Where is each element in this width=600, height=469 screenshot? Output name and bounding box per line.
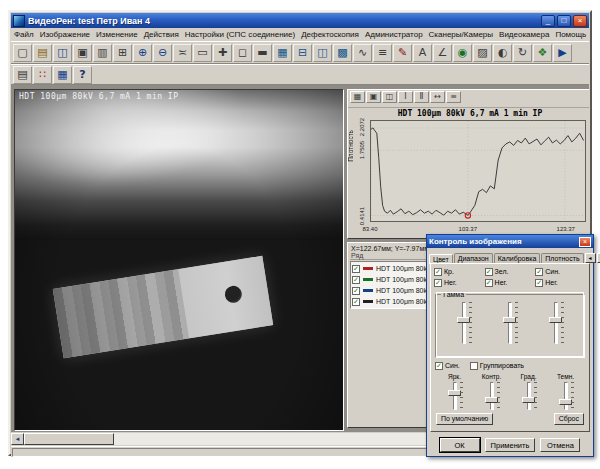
checkbox-box[interactable]: ✓ xyxy=(535,279,543,287)
checkbox-box[interactable]: ✓ xyxy=(434,268,442,276)
menu-item[interactable]: Сканеры/Камеры xyxy=(426,29,496,40)
plot-grid-icon[interactable]: ▦ xyxy=(350,91,365,103)
help-icon[interactable]: ? xyxy=(73,66,92,84)
series-checkbox[interactable]: ✓ xyxy=(352,287,360,295)
tabs-scroll-left-button[interactable]: ◄ xyxy=(585,253,596,263)
minimize-button[interactable]: _ xyxy=(541,15,555,27)
cursor-1-icon[interactable]: Ⅰ xyxy=(398,91,413,103)
negative-checkbox[interactable]: ✓Нег. xyxy=(485,279,536,287)
save-all-icon[interactable]: ▣ xyxy=(73,44,92,62)
defect-marks-icon[interactable]: ∷ xyxy=(33,66,52,84)
zoom-out-icon[interactable]: ⊖ xyxy=(153,44,172,62)
group-checkbox[interactable]: Группировать xyxy=(470,362,524,370)
cancel-button[interactable]: Отмена xyxy=(540,438,580,452)
plot-box[interactable] xyxy=(370,120,586,222)
menu-item[interactable]: Изображение xyxy=(37,29,93,40)
plot-title: HDT 100μm 80kV 6,7 mA 1 min IP xyxy=(348,108,589,118)
zoom-1to1-icon[interactable]: ≍ xyxy=(173,44,192,62)
calibrate-icon[interactable]: ◉ xyxy=(453,44,472,62)
text-tool-icon[interactable]: A xyxy=(413,44,432,62)
step-wedge-specimen xyxy=(53,256,273,358)
filter-icon[interactable]: ▨ xyxy=(473,44,492,62)
dialog-title-bar: Контроль изображения × xyxy=(427,235,593,248)
default-button[interactable]: По умолчанию xyxy=(436,413,493,425)
darkness-slider[interactable] xyxy=(558,381,574,411)
checkbox-box[interactable]: ✓ xyxy=(535,268,543,276)
scrollbar-thumb[interactable] xyxy=(24,433,114,445)
zoom-horizontal-icon[interactable]: ↔ xyxy=(430,91,445,103)
histogram-icon[interactable]: ≡ xyxy=(373,44,392,62)
channel-checkbox[interactable]: ✓Син. xyxy=(535,268,586,276)
menu-item[interactable]: Изменение xyxy=(93,29,141,40)
channel-checkbox[interactable]: ✓Зел. xyxy=(485,268,536,276)
gradation-slider[interactable] xyxy=(521,381,537,411)
dialog-close-button[interactable]: × xyxy=(579,237,591,247)
menu-item[interactable]: Файл xyxy=(11,29,37,40)
tab-density[interactable]: Плотность xyxy=(541,253,583,263)
new-file-icon[interactable]: ▢ xyxy=(13,44,32,62)
series-checkbox[interactable]: ✓ xyxy=(352,265,360,273)
rotate-icon[interactable]: ↻ xyxy=(513,44,532,62)
annotate-icon[interactable]: ✎ xyxy=(393,44,412,62)
open-folder-icon[interactable]: ▤ xyxy=(33,44,52,62)
negative-checkbox[interactable]: ✓Нег. xyxy=(535,279,586,287)
ruler-icon[interactable]: ▬ xyxy=(253,44,272,62)
menu-item[interactable]: Дефектоскопия xyxy=(298,29,362,40)
channel-checkbox[interactable]: ✓Кр. xyxy=(434,268,485,276)
menu-item[interactable]: Настройки (СПС соединение) xyxy=(182,29,298,40)
tab-range[interactable]: Диапазон xyxy=(454,253,493,263)
tile-horizontal-icon[interactable]: ⊟ xyxy=(293,44,312,62)
tile-vertical-icon[interactable]: ◫ xyxy=(313,44,332,62)
plot-copy-icon[interactable]: ▣ xyxy=(366,91,381,103)
maximize-button[interactable]: □ xyxy=(557,15,571,27)
zoom-in-icon[interactable]: ⊕ xyxy=(133,44,152,62)
checkbox-box[interactable]: ✓ xyxy=(485,268,493,276)
invert-icon[interactable]: ◐ xyxy=(493,44,512,62)
plot-settings-icon[interactable]: ≡ xyxy=(446,91,461,103)
print-icon[interactable]: ▥ xyxy=(93,44,112,62)
cursor-2-icon[interactable]: Ⅱ xyxy=(414,91,429,103)
profile-icon[interactable]: ∿ xyxy=(353,44,372,62)
secondary-toolbar: ▤∷▦? xyxy=(11,64,589,85)
select-region-icon[interactable]: ◻ xyxy=(233,44,252,62)
fit-window-icon[interactable]: ▭ xyxy=(193,44,212,62)
brightness-slider[interactable] xyxy=(447,381,463,411)
report-page-icon[interactable]: ▤ xyxy=(13,66,32,84)
sync-checkbox[interactable]: ✓Син. xyxy=(435,362,460,370)
ok-button[interactable]: ОК xyxy=(440,438,480,452)
x-tick-label: 123.37 xyxy=(557,226,575,232)
scroll-left-button[interactable]: ◄ xyxy=(11,433,24,445)
palette-icon[interactable]: ❖ xyxy=(533,44,552,62)
reset-button[interactable]: Сброс xyxy=(554,413,584,425)
movie-icon[interactable]: ▶ xyxy=(553,44,572,62)
blue-grid-icon[interactable]: ▦ xyxy=(53,66,72,84)
app-window: ВидеоРен: test Петр Иван 4 _ □ × ФайлИзо… xyxy=(8,10,592,456)
series-checkbox[interactable]: ✓ xyxy=(352,276,360,284)
menu-item[interactable]: Администратор xyxy=(362,29,426,40)
gamma-slider-green[interactable] xyxy=(502,301,518,345)
image-control-dialog: Контроль изображения × Цвет Диапазон Кал… xyxy=(426,234,594,457)
angle-tool-icon[interactable]: ∠ xyxy=(433,44,452,62)
plot-save-icon[interactable]: ◫ xyxy=(382,91,397,103)
gamma-slider-blue[interactable] xyxy=(548,301,564,345)
gamma-slider-red[interactable] xyxy=(456,301,472,345)
menu-item[interactable]: Видеокамера xyxy=(496,29,552,40)
negative-checkbox[interactable]: ✓Нег. xyxy=(434,279,485,287)
cascade-icon[interactable]: ▩ xyxy=(333,44,352,62)
pan-icon[interactable]: ✚ xyxy=(213,44,232,62)
checkbox-box[interactable]: ✓ xyxy=(485,279,493,287)
preview-icon[interactable]: ⊞ xyxy=(113,44,132,62)
contrast-slider[interactable] xyxy=(484,381,500,411)
checkbox-box[interactable]: ✓ xyxy=(434,279,442,287)
apply-button[interactable]: Применить xyxy=(485,438,536,452)
tabs-scroll-right-button[interactable]: ► xyxy=(597,253,600,263)
save-icon[interactable]: ◫ xyxy=(53,44,72,62)
menu-item[interactable]: Действия xyxy=(141,29,182,40)
menu-item[interactable]: Помощь xyxy=(552,29,589,40)
exposure-label: HDT 100μm 80kV 6,7 mA 1 min IP xyxy=(19,92,179,101)
close-button[interactable]: × xyxy=(573,15,587,27)
radiograph-panel[interactable]: HDT 100μm 80kV 6,7 mA 1 min IP xyxy=(14,89,344,431)
grid-icon[interactable]: ▦ xyxy=(273,44,292,62)
series-checkbox[interactable]: ✓ xyxy=(352,298,360,306)
tab-calibration[interactable]: Калибровка xyxy=(494,253,541,263)
